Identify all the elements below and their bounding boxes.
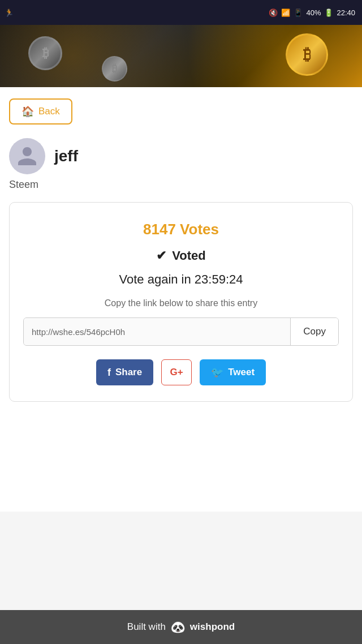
battery-level: 40% [306, 8, 321, 17]
status-bar: 🏃 🔇 📶 📱 40% 🔋 22:40 [0, 0, 362, 25]
wishpond-brand: wishpond [190, 621, 235, 633]
avatar-icon [16, 145, 38, 168]
vote-timer: Vote again in 23:59:24 [23, 272, 339, 287]
panda-icon: 🐼 [170, 620, 186, 634]
vote-card: 8147 Votes ✔ Voted Vote again in 23:59:2… [9, 202, 353, 402]
main-content: 🏠 Back jeff Steem 8147 Votes ✔ Voted Vot… [0, 87, 362, 512]
footer: Built with 🐼 wishpond [0, 610, 362, 644]
twitter-tweet-label: Tweet [228, 367, 255, 378]
status-right: 🔇 📶 📱 40% 🔋 22:40 [269, 8, 355, 17]
hero-banner: ₿ ₿ ₿ [0, 25, 362, 87]
coin-right: ₿ [286, 33, 328, 76]
voted-label: Voted [172, 248, 205, 263]
notification-icon: 🏃 [5, 8, 14, 17]
clock: 22:40 [337, 8, 355, 17]
gplus-button[interactable]: G+ [161, 359, 192, 385]
mute-icon: 🔇 [269, 8, 278, 17]
avatar [9, 138, 45, 174]
twitter-tweet-button[interactable]: 🐦 Tweet [200, 359, 266, 385]
back-button[interactable]: 🏠 Back [9, 98, 72, 124]
home-icon: 🏠 [21, 105, 34, 118]
check-icon: ✔ [156, 248, 166, 263]
link-copy-row: Copy [23, 317, 339, 346]
voted-status: ✔ Voted [23, 248, 339, 263]
user-name: jeff [54, 147, 78, 165]
copy-button[interactable]: Copy [290, 318, 338, 345]
user-profile: jeff [9, 138, 353, 174]
copy-instruction: Copy the link below to share this entry [23, 298, 339, 308]
status-left: 🏃 [5, 8, 14, 17]
battery-icon: 🔋 [324, 8, 333, 17]
platform-label: Steem [9, 179, 353, 191]
built-with-label: Built with [127, 621, 166, 633]
facebook-share-button[interactable]: f Share [96, 359, 153, 385]
facebook-icon: f [107, 367, 111, 379]
wifi-icon: 📶 [281, 8, 290, 17]
back-button-label: Back [38, 106, 60, 117]
social-buttons: f Share G+ 🐦 Tweet [23, 359, 339, 385]
coin-small: ₿ [102, 56, 127, 81]
spacer [0, 512, 362, 610]
facebook-share-label: Share [115, 367, 142, 378]
gplus-label: G+ [170, 367, 183, 378]
signal-icon: 📱 [294, 8, 303, 17]
votes-count: 8147 Votes [23, 221, 339, 238]
coin-left: ₿ [28, 36, 62, 70]
twitter-icon: 🐦 [211, 366, 223, 379]
link-input[interactable] [24, 318, 290, 345]
